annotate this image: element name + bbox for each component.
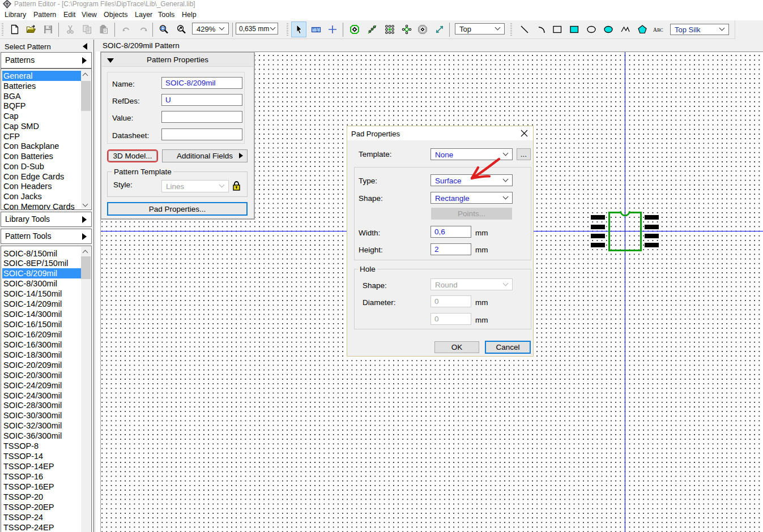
svg-text:BC: BC [657, 28, 663, 33]
svg-text:A: A [653, 27, 657, 33]
